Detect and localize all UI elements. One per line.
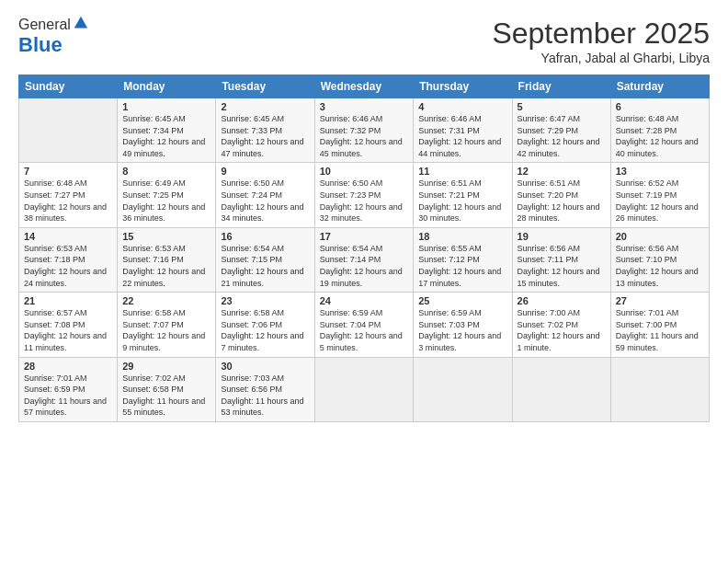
day-number: 4 [418, 101, 506, 112]
day-info: Sunrise: 6:53 AMSunset: 7:16 PMDaylight:… [122, 243, 210, 289]
calendar-cell-0-3: 3Sunrise: 6:46 AMSunset: 7:32 PMDaylight… [314, 98, 414, 163]
day-info: Sunrise: 6:59 AMSunset: 7:04 PMDaylight:… [320, 307, 409, 353]
calendar-cell-3-5: 26Sunrise: 7:00 AMSunset: 7:02 PMDayligh… [512, 293, 610, 357]
day-info: Sunrise: 7:02 AMSunset: 6:58 PMDaylight:… [122, 373, 210, 419]
week-row-3: 14Sunrise: 6:53 AMSunset: 7:18 PMDayligh… [19, 227, 710, 292]
header-monday: Monday [118, 75, 216, 98]
calendar-cell-0-4: 4Sunrise: 6:46 AMSunset: 7:31 PMDaylight… [414, 98, 512, 163]
calendar-cell-4-5 [512, 357, 610, 421]
header: General Blue September 2025 Yafran, Jaba… [18, 17, 710, 65]
week-row-5: 28Sunrise: 7:01 AMSunset: 6:59 PMDayligh… [19, 357, 710, 421]
day-info: Sunrise: 6:48 AMSunset: 7:28 PMDaylight:… [616, 113, 704, 159]
calendar-cell-2-0: 14Sunrise: 6:53 AMSunset: 7:18 PMDayligh… [19, 227, 118, 292]
header-wednesday: Wednesday [314, 75, 414, 98]
calendar-cell-2-2: 16Sunrise: 6:54 AMSunset: 7:15 PMDayligh… [216, 227, 314, 292]
calendar-cell-3-1: 22Sunrise: 6:58 AMSunset: 7:07 PMDayligh… [118, 293, 216, 357]
calendar-cell-0-0 [19, 98, 118, 163]
calendar-cell-2-1: 15Sunrise: 6:53 AMSunset: 7:16 PMDayligh… [118, 227, 216, 292]
day-number: 5 [518, 101, 606, 112]
day-number: 30 [221, 361, 309, 372]
calendar-cell-1-4: 11Sunrise: 6:51 AMSunset: 7:21 PMDayligh… [414, 163, 512, 227]
calendar-cell-3-0: 21Sunrise: 6:57 AMSunset: 7:08 PMDayligh… [19, 293, 118, 357]
calendar-cell-1-0: 7Sunrise: 6:48 AMSunset: 7:27 PMDaylight… [19, 163, 118, 227]
calendar-cell-1-1: 8Sunrise: 6:49 AMSunset: 7:25 PMDaylight… [118, 163, 216, 227]
header-sunday: Sunday [19, 75, 118, 98]
day-info: Sunrise: 6:56 AMSunset: 7:11 PMDaylight:… [518, 243, 606, 289]
day-info: Sunrise: 6:45 AMSunset: 7:33 PMDaylight:… [221, 113, 309, 159]
day-info: Sunrise: 6:50 AMSunset: 7:23 PMDaylight:… [320, 178, 409, 224]
calendar-cell-4-1: 29Sunrise: 7:02 AMSunset: 6:58 PMDayligh… [118, 357, 216, 421]
day-info: Sunrise: 6:51 AMSunset: 7:21 PMDaylight:… [418, 178, 506, 224]
day-number: 19 [518, 231, 606, 242]
day-number: 21 [24, 295, 112, 306]
day-number: 9 [221, 166, 309, 177]
day-number: 23 [221, 295, 309, 306]
logo-general-text: General [18, 17, 71, 33]
day-number: 12 [518, 166, 606, 177]
month-title: September 2025 [492, 17, 710, 51]
logo-blue-text: Blue [18, 33, 89, 57]
week-row-2: 7Sunrise: 6:48 AMSunset: 7:27 PMDaylight… [19, 163, 710, 227]
day-info: Sunrise: 6:49 AMSunset: 7:25 PMDaylight:… [122, 178, 210, 224]
calendar-cell-1-5: 12Sunrise: 6:51 AMSunset: 7:20 PMDayligh… [512, 163, 610, 227]
day-number: 20 [616, 231, 704, 242]
svg-marker-0 [74, 17, 87, 29]
day-number: 14 [24, 231, 112, 242]
day-number: 8 [122, 166, 210, 177]
day-info: Sunrise: 7:01 AMSunset: 6:59 PMDaylight:… [24, 373, 112, 419]
calendar-table: Sunday Monday Tuesday Wednesday Thursday… [18, 75, 710, 422]
calendar-cell-0-6: 6Sunrise: 6:48 AMSunset: 7:28 PMDaylight… [610, 98, 709, 163]
calendar-cell-2-3: 17Sunrise: 6:54 AMSunset: 7:14 PMDayligh… [314, 227, 414, 292]
calendar-cell-4-3 [314, 357, 414, 421]
day-info: Sunrise: 7:00 AMSunset: 7:02 PMDaylight:… [518, 307, 606, 353]
day-number: 27 [616, 295, 704, 306]
calendar-cell-0-5: 5Sunrise: 6:47 AMSunset: 7:29 PMDaylight… [512, 98, 610, 163]
day-info: Sunrise: 6:46 AMSunset: 7:31 PMDaylight:… [418, 113, 506, 159]
day-info: Sunrise: 6:58 AMSunset: 7:06 PMDaylight:… [221, 307, 309, 353]
week-row-1: 1Sunrise: 6:45 AMSunset: 7:34 PMDaylight… [19, 98, 710, 163]
header-thursday: Thursday [414, 75, 512, 98]
day-info: Sunrise: 6:55 AMSunset: 7:12 PMDaylight:… [418, 243, 506, 289]
day-number: 15 [122, 231, 210, 242]
day-info: Sunrise: 6:50 AMSunset: 7:24 PMDaylight:… [221, 178, 309, 224]
calendar-cell-4-6 [610, 357, 709, 421]
day-info: Sunrise: 6:48 AMSunset: 7:27 PMDaylight:… [24, 178, 112, 224]
day-number: 24 [320, 295, 409, 306]
day-number: 2 [221, 101, 309, 112]
day-number: 1 [122, 101, 210, 112]
day-info: Sunrise: 6:59 AMSunset: 7:03 PMDaylight:… [418, 307, 506, 353]
day-info: Sunrise: 6:54 AMSunset: 7:15 PMDaylight:… [221, 243, 309, 289]
day-info: Sunrise: 6:47 AMSunset: 7:29 PMDaylight:… [518, 113, 606, 159]
day-info: Sunrise: 7:01 AMSunset: 7:00 PMDaylight:… [616, 307, 704, 353]
day-info: Sunrise: 6:58 AMSunset: 7:07 PMDaylight:… [122, 307, 210, 353]
calendar-cell-1-3: 10Sunrise: 6:50 AMSunset: 7:23 PMDayligh… [314, 163, 414, 227]
day-number: 16 [221, 231, 309, 242]
header-friday: Friday [512, 75, 610, 98]
calendar-cell-4-2: 30Sunrise: 7:03 AMSunset: 6:56 PMDayligh… [216, 357, 314, 421]
day-number: 6 [616, 101, 704, 112]
day-info: Sunrise: 6:54 AMSunset: 7:14 PMDaylight:… [320, 243, 409, 289]
calendar-cell-3-4: 25Sunrise: 6:59 AMSunset: 7:03 PMDayligh… [414, 293, 512, 357]
day-number: 25 [418, 295, 506, 306]
logo-icon [73, 15, 89, 31]
calendar-cell-1-6: 13Sunrise: 6:52 AMSunset: 7:19 PMDayligh… [610, 163, 709, 227]
logo: General Blue [18, 17, 89, 57]
page: General Blue September 2025 Yafran, Jaba… [0, 0, 728, 563]
day-info: Sunrise: 6:51 AMSunset: 7:20 PMDaylight:… [518, 178, 606, 224]
day-number: 26 [518, 295, 606, 306]
title-block: September 2025 Yafran, Jabal al Gharbi, … [492, 17, 710, 65]
day-info: Sunrise: 6:53 AMSunset: 7:18 PMDaylight:… [24, 243, 112, 289]
day-info: Sunrise: 6:52 AMSunset: 7:19 PMDaylight:… [616, 178, 704, 224]
day-number: 28 [24, 361, 112, 372]
day-info: Sunrise: 7:03 AMSunset: 6:56 PMDaylight:… [221, 373, 309, 419]
calendar-cell-2-4: 18Sunrise: 6:55 AMSunset: 7:12 PMDayligh… [414, 227, 512, 292]
calendar-cell-0-1: 1Sunrise: 6:45 AMSunset: 7:34 PMDaylight… [118, 98, 216, 163]
subtitle: Yafran, Jabal al Gharbi, Libya [492, 51, 710, 65]
calendar-cell-1-2: 9Sunrise: 6:50 AMSunset: 7:24 PMDaylight… [216, 163, 314, 227]
calendar-cell-4-4 [414, 357, 512, 421]
day-number: 11 [418, 166, 506, 177]
day-number: 17 [320, 231, 409, 242]
day-info: Sunrise: 6:56 AMSunset: 7:10 PMDaylight:… [616, 243, 704, 289]
calendar-cell-0-2: 2Sunrise: 6:45 AMSunset: 7:33 PMDaylight… [216, 98, 314, 163]
day-number: 10 [320, 166, 409, 177]
